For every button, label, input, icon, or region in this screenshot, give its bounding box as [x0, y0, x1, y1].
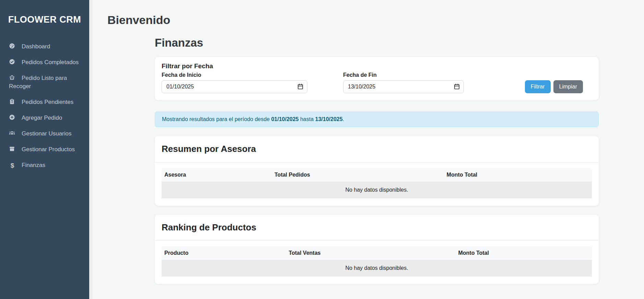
check-circle-icon	[9, 59, 16, 65]
product-ranking-title: Ranking de Productos	[155, 222, 599, 233]
advisor-summary-table: Asesora Total Pedidos Monto Total No hay…	[162, 168, 592, 198]
dashboard-icon	[9, 43, 16, 49]
box-open-icon	[9, 74, 16, 81]
table-row: No hay datos disponibles.	[162, 182, 592, 198]
sidebar-item-pedido-listo[interactable]: Pedido Listo para Recoger	[0, 70, 89, 94]
plus-circle-icon	[9, 114, 16, 120]
sidebar-item-pedidos-pendientes[interactable]: Pedidos Pendientes	[0, 94, 89, 110]
sidebar-item-label: Pedidos Pendientes	[22, 99, 73, 105]
sidebar-item-dashboard[interactable]: Dashboard	[0, 39, 89, 55]
date-filter-card: Filtrar por Fecha Fecha de Inicio Fecha …	[155, 57, 599, 100]
start-date-input[interactable]	[162, 80, 307, 93]
column-header-monto-total: Monto Total	[444, 168, 592, 182]
alert-connector: hasta	[299, 116, 315, 122]
sidebar-item-label: Dashboard	[22, 43, 50, 50]
alert-suffix: .	[343, 116, 344, 122]
sidebar-item-finanzas[interactable]: $Finanzas	[0, 157, 89, 173]
sidebar-item-pedidos-completados[interactable]: Pedidos Completados	[0, 55, 89, 70]
product-ranking-card: Ranking de Productos Producto Total Vent…	[155, 215, 599, 284]
table-header-row: Producto Total Ventas Monto Total	[162, 246, 592, 260]
clipboard-list-icon	[9, 98, 16, 105]
alert-start-date: 01/10/2025	[271, 116, 298, 122]
sidebar-item-agregar-pedido[interactable]: Agregar Pedido	[0, 110, 89, 126]
start-date-label: Fecha de Inicio	[162, 72, 307, 78]
column-header-monto-total: Monto Total	[455, 246, 592, 260]
sidebar: FLOOWER CRM Dashboard Pedidos Completado…	[0, 0, 89, 299]
alert-text: Mostrando resultados para el período des…	[162, 116, 271, 122]
end-date-input[interactable]	[343, 80, 464, 93]
sidebar-nav: Dashboard Pedidos Completados Pedido Lis…	[0, 39, 89, 173]
app-brand: FLOOWER CRM	[0, 0, 89, 28]
users-icon	[9, 130, 16, 136]
table-header-row: Asesora Total Pedidos Monto Total	[162, 168, 592, 182]
calendar-icon[interactable]	[297, 83, 304, 90]
column-header-producto: Producto	[162, 246, 286, 260]
dollar-icon: $	[9, 162, 16, 168]
column-header-total-pedidos: Total Pedidos	[272, 168, 444, 182]
sidebar-item-label: Pedido Listo para Recoger	[9, 75, 67, 89]
empty-state-message: No hay datos disponibles.	[162, 260, 592, 276]
page-title: Bienvenido	[107, 13, 644, 27]
product-ranking-table: Producto Total Ventas Monto Total No hay…	[162, 246, 592, 276]
sidebar-item-label: Gestionar Usuarios	[22, 130, 72, 137]
advisor-summary-card: Resumen por Asesora Asesora Total Pedido…	[155, 136, 599, 205]
end-date-label: Fecha de Fin	[343, 72, 464, 78]
table-row: No hay datos disponibles.	[162, 260, 592, 276]
sidebar-item-gestionar-usuarios[interactable]: Gestionar Usuarios	[0, 126, 89, 142]
calendar-icon[interactable]	[454, 83, 460, 90]
alert-end-date: 13/10/2025	[315, 116, 343, 122]
column-header-asesora: Asesora	[162, 168, 272, 182]
sidebar-edge-divider	[89, 0, 92, 299]
sidebar-item-label: Pedidos Completados	[22, 59, 79, 65]
sidebar-item-label: Finanzas	[22, 162, 45, 168]
advisor-summary-title: Resumen por Asesora	[155, 144, 599, 154]
sidebar-item-label: Gestionar Productos	[22, 146, 75, 153]
period-info-alert: Mostrando resultados para el período des…	[155, 111, 599, 127]
sidebar-item-gestionar-productos[interactable]: Gestionar Productos	[0, 142, 89, 157]
clear-button[interactable]: Limpiar	[553, 80, 583, 93]
filter-title: Filtrar por Fecha	[162, 62, 592, 70]
section-title-finanzas: Finanzas	[155, 36, 599, 50]
main-content: Bienvenido Finanzas Filtrar por Fecha Fe…	[92, 0, 644, 299]
column-header-total-ventas: Total Ventas	[286, 246, 455, 260]
sidebar-item-label: Agregar Pedido	[22, 115, 62, 121]
filter-button[interactable]: Filtrar	[525, 80, 551, 93]
box-icon	[9, 146, 16, 152]
empty-state-message: No hay datos disponibles.	[162, 182, 592, 198]
